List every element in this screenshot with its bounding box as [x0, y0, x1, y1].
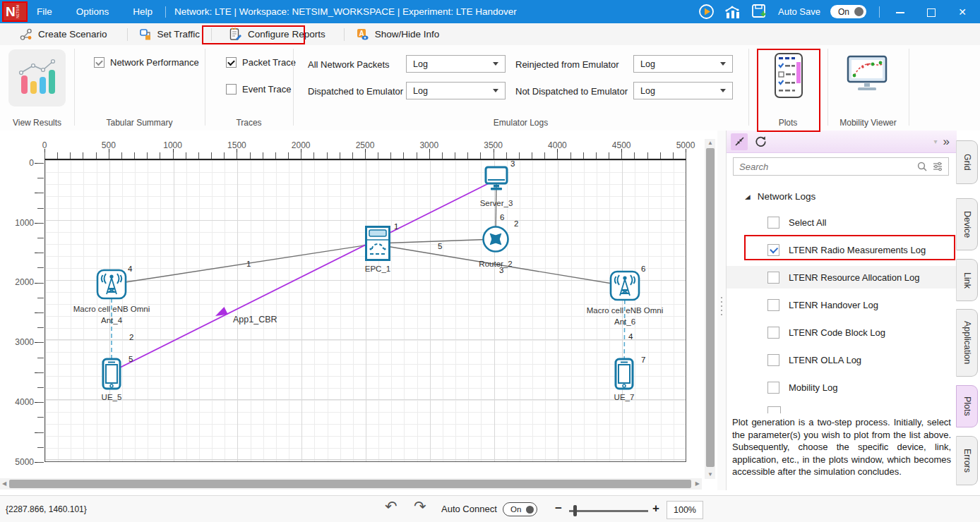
scroll-up-icon[interactable]: ▲ [707, 140, 713, 146]
link-number: 1 [246, 260, 251, 268]
device-number: 2 [514, 219, 518, 228]
log-item-mobility[interactable]: Mobility Log [727, 376, 957, 399]
results-chart-icon[interactable] [724, 4, 741, 20]
search-icon[interactable] [916, 161, 928, 172]
epc-icon [365, 226, 390, 261]
view-results-button[interactable] [8, 49, 66, 107]
mobility-viewer-button[interactable] [846, 55, 888, 96]
filter-icon[interactable] [932, 161, 943, 172]
menu-options[interactable]: Options [76, 6, 109, 17]
auto-connect-toggle[interactable]: On [503, 502, 537, 516]
node-ue-7[interactable] [614, 358, 634, 393]
enb-icon [96, 269, 127, 300]
node-enb-6[interactable] [609, 270, 640, 304]
status-bar: {2287.866, 1460.101} ↶ ↷ Auto Connect On… [0, 495, 980, 522]
dispatched-to-emulator-dropdown[interactable]: Log [406, 82, 506, 99]
plots-icon [772, 52, 805, 99]
log-item-resource-allocation[interactable]: LTENR Resource Allocation Log [727, 266, 957, 289]
log-item-olla[interactable]: LTENR OLLA Log [727, 348, 957, 371]
titlebar-separator [165, 6, 166, 18]
search-input[interactable] [734, 162, 916, 172]
chevron-down-icon [493, 89, 498, 92]
undo-icon[interactable]: ↶ [385, 498, 398, 515]
save-icon[interactable] [751, 4, 768, 20]
panel-splitter[interactable] [717, 130, 726, 490]
expand-panel-icon[interactable]: » [943, 137, 950, 147]
event-trace-checkbox[interactable]: Event Trace [226, 84, 291, 95]
select-all-checkbox[interactable] [767, 217, 779, 229]
set-traffic-button[interactable]: Set Traffic [139, 28, 201, 41]
mobility-checkbox[interactable] [767, 382, 779, 394]
olla-checkbox[interactable] [767, 354, 779, 366]
tab-device[interactable]: Device [956, 198, 978, 250]
not-dispatched-to-emulator-dropdown[interactable]: Log [633, 82, 733, 99]
ruler-y: 01000 20003000 40005000 [6, 130, 34, 495]
node-label-router: Router_2 [479, 260, 512, 268]
panel-header: ▾ » [727, 130, 957, 153]
log-item-select-all[interactable]: Select All [727, 211, 957, 233]
show-hide-info-button[interactable]: A Show/Hide Info [356, 28, 440, 41]
handover-checkbox[interactable] [767, 299, 779, 311]
horizontal-scroll-thumb[interactable] [9, 480, 691, 488]
zoom-slider-handle[interactable] [573, 505, 577, 516]
network-performance-checkbox[interactable]: Network Performance [94, 57, 199, 68]
scroll-left-icon[interactable]: ◀ [2, 481, 6, 487]
title-bar: NNETSIM File Options Help Network: LTE |… [0, 0, 980, 23]
node-label-ue7: UE_7 [614, 393, 635, 401]
node-router-2[interactable] [482, 225, 510, 256]
chevron-down-icon [720, 89, 726, 92]
run-simulation-icon[interactable] [698, 4, 715, 20]
resource-allocation-checkbox[interactable] [767, 272, 779, 284]
menu-help[interactable]: Help [133, 6, 153, 17]
vertical-scroll-thumb[interactable] [706, 148, 715, 467]
maximize-button[interactable] [921, 6, 942, 18]
tree-network-logs[interactable]: ◢ Network Logs [745, 191, 815, 202]
collapse-panel-icon[interactable] [731, 133, 748, 150]
all-network-packets-dropdown[interactable]: Log [406, 55, 506, 73]
zoom-in-button[interactable]: + [652, 502, 659, 516]
tab-link[interactable]: Link [956, 259, 978, 301]
scroll-down-icon[interactable]: ▼ [707, 472, 713, 478]
link-number: 6 [500, 213, 504, 221]
zoom-level[interactable]: 100% [667, 501, 703, 519]
device-number: 5 [129, 355, 133, 363]
packet-trace-checkbox[interactable]: Packet Trace [226, 57, 296, 68]
radio-measurements-checkbox[interactable] [767, 244, 779, 256]
menu-file[interactable]: File [37, 6, 52, 17]
netsim-logo-icon: NNETSIM [2, 1, 28, 22]
plots-button[interactable] [772, 52, 805, 102]
network-canvas-area: 0500 10001500 20002500 30003500 40004500… [0, 130, 980, 495]
auto-save-toggle[interactable]: On [830, 5, 866, 18]
chevron-down-icon[interactable]: ▾ [934, 138, 938, 145]
device-number: 1 [394, 222, 398, 231]
zoom-out-button[interactable]: − [555, 502, 562, 516]
tab-application[interactable]: Application [956, 309, 978, 377]
create-scenario-button[interactable]: Create Scenario [20, 28, 107, 41]
tab-errors[interactable]: Errors [956, 436, 978, 485]
reinjected-from-emulator-dropdown[interactable]: Log [633, 55, 733, 73]
node-enb-4[interactable] [96, 269, 127, 303]
node-label-enb4-line2: Ant_4 [101, 316, 122, 324]
node-server-3[interactable] [484, 166, 509, 194]
tab-grid[interactable]: Grid [956, 140, 978, 184]
log-item-radio-measurements[interactable]: LTENR Radio Measurements Log [727, 238, 957, 261]
refresh-icon[interactable] [752, 133, 769, 150]
zoom-slider[interactable] [569, 510, 648, 512]
close-button[interactable]: ✕ [952, 6, 973, 18]
log-item-code-block[interactable]: LTENR Code Block Log [727, 321, 957, 344]
scroll-right-icon[interactable]: ▶ [695, 481, 700, 487]
canvas-horizontal-scrollbar[interactable]: ◀ ▶ [0, 478, 702, 490]
node-ue-5[interactable] [102, 358, 121, 393]
redo-icon[interactable]: ↷ [414, 498, 426, 515]
node-epc-1[interactable] [365, 226, 390, 264]
dispatched-to-emulator-label: Dispatched to Emulator [308, 86, 403, 97]
canvas-vertical-scrollbar[interactable]: ▲ ▼ [705, 139, 715, 479]
tab-plots[interactable]: Plots [956, 385, 978, 427]
configure-reports-button[interactable]: Configure Reports [229, 28, 325, 41]
minimize-button[interactable] [890, 6, 911, 18]
configure-reports-icon [229, 28, 242, 41]
clipped-checkbox [767, 406, 781, 413]
tree-expander-icon[interactable]: ◢ [745, 193, 751, 200]
log-item-handover[interactable]: LTENR Handover Log [727, 293, 957, 316]
code-block-checkbox[interactable] [767, 327, 779, 339]
